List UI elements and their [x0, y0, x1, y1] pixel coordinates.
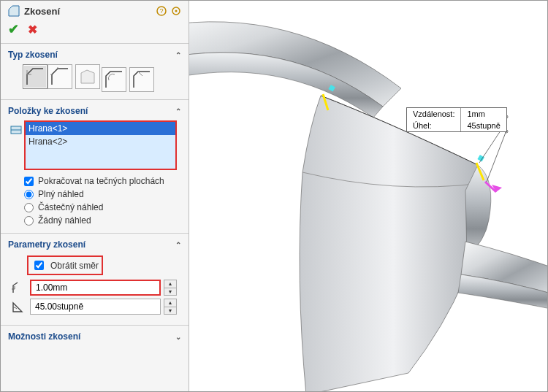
svg-point-4: [175, 10, 178, 12]
type-face-face[interactable]: [129, 67, 154, 92]
property-panel: Zkosení ? ✔ ✖ Typ zkosení ⌃: [1, 1, 189, 391]
distance-input[interactable]: [30, 280, 161, 296]
preview-none-radio[interactable]: Žádný náhled: [24, 215, 184, 226]
section-items: Položky ke zkosení ⌃ Hrana<1> Hrana<2> P…: [1, 100, 189, 234]
list-item[interactable]: Hrana<2>: [26, 135, 175, 148]
collapse-toggle[interactable]: ⌃: [175, 51, 181, 59]
confirm-row: ✔ ✖: [1, 18, 189, 44]
chamfer-callout[interactable]: Vzdálenost: 1mm Úhel: 45stupně: [406, 107, 507, 132]
section-options-title: Možnosti zkosení: [8, 331, 175, 342]
help-icon[interactable]: ?: [156, 6, 167, 16]
preview-partial-radio[interactable]: Částečný náhled: [24, 202, 184, 212]
selection-filter-icon[interactable]: [8, 120, 24, 137]
section-params: Parametry zkosení ⌃ Obrátit směr ▲▼ ▲▼: [1, 234, 189, 326]
section-options: Možnosti zkosení ⌄: [1, 326, 189, 353]
chamfer-feature-icon: [8, 5, 20, 17]
section-params-title: Parametry zkosení: [8, 239, 175, 250]
callout-angle-value[interactable]: 45stupně: [461, 120, 506, 131]
type-vertex[interactable]: [75, 64, 100, 89]
section-type: Typ zkosení ⌃: [1, 44, 189, 100]
section-items-title: Položky ke zkosení: [8, 106, 175, 116]
svg-marker-0: [9, 6, 19, 16]
reverse-direction-checkbox[interactable]: Obrátit směr: [27, 255, 103, 275]
panel-header: Zkosení ?: [1, 1, 189, 18]
collapse-toggle[interactable]: ⌃: [175, 107, 181, 115]
angle-spinner[interactable]: ▲▼: [164, 299, 177, 315]
model-render: [189, 1, 547, 391]
ok-button[interactable]: ✔: [8, 21, 19, 37]
type-angle-distance[interactable]: [23, 64, 47, 89]
graphics-viewport[interactable]: Vzdálenost: 1mm Úhel: 45stupně: [189, 1, 547, 391]
section-type-title: Typ zkosení: [8, 50, 175, 60]
distance-spinner[interactable]: ▲▼: [164, 280, 177, 296]
callout-distance-value[interactable]: 1mm: [461, 108, 506, 120]
callout-distance-label: Vzdálenost:: [407, 108, 461, 120]
angle-icon: [9, 299, 27, 314]
panel-title: Zkosení: [24, 6, 156, 17]
chamfer-type-grid: [23, 64, 184, 92]
callout-angle-label: Úhel:: [407, 120, 461, 131]
type-offset-face[interactable]: [102, 67, 126, 92]
svg-line-12: [487, 131, 506, 182]
expand-toggle[interactable]: ⌄: [175, 333, 181, 341]
collapse-toggle[interactable]: ⌃: [175, 241, 181, 249]
tangent-checkbox[interactable]: Pokračovat na tečných plochách: [24, 176, 184, 186]
settings-icon[interactable]: [171, 6, 181, 16]
selection-list[interactable]: Hrana<1> Hrana<2>: [24, 120, 177, 170]
list-item[interactable]: Hrana<1>: [26, 122, 175, 135]
type-distance-distance[interactable]: [47, 64, 72, 89]
svg-text:?: ?: [159, 7, 163, 15]
angle-input[interactable]: [30, 299, 161, 315]
preview-full-radio[interactable]: Plný náhled: [24, 189, 184, 199]
distance-icon: [9, 280, 27, 295]
svg-marker-5: [81, 70, 94, 83]
cancel-button[interactable]: ✖: [28, 23, 37, 36]
